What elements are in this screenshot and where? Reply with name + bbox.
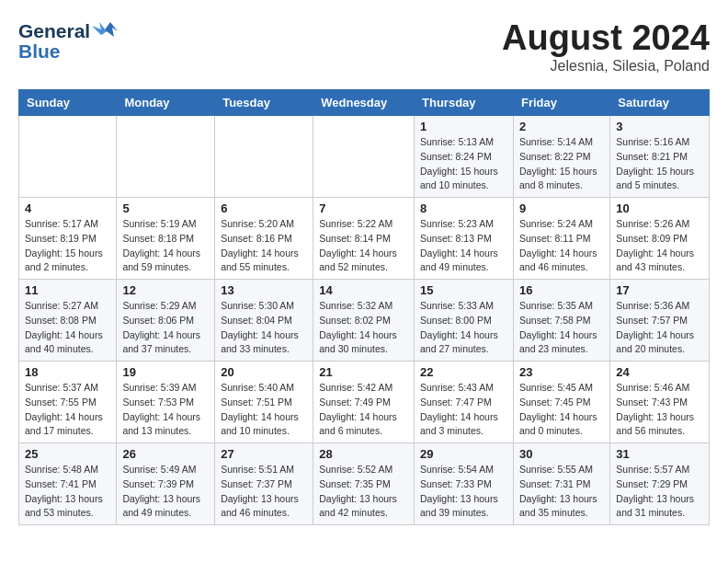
day-number: 14 <box>319 283 408 297</box>
day-info: Sunrise: 5:23 AMSunset: 8:13 PMDaylight:… <box>420 217 507 275</box>
day-info: Sunrise: 5:33 AMSunset: 8:00 PMDaylight:… <box>420 299 507 357</box>
calendar-cell-w4-d2: 19Sunrise: 5:39 AMSunset: 7:53 PMDayligh… <box>117 362 215 443</box>
calendar-cell-w4-d4: 21Sunrise: 5:42 AMSunset: 7:49 PMDayligh… <box>313 362 415 443</box>
day-number: 11 <box>25 283 110 297</box>
day-info: Sunrise: 5:49 AMSunset: 7:39 PMDaylight:… <box>122 463 209 521</box>
calendar-cell-w2-d4: 7Sunrise: 5:22 AMSunset: 8:14 PMDaylight… <box>313 198 415 280</box>
day-number: 20 <box>221 365 307 379</box>
header-wednesday: Wednesday <box>313 90 415 116</box>
calendar-cell-w1-d6: 2Sunrise: 5:14 AMSunset: 8:22 PMDaylight… <box>513 116 609 198</box>
calendar-cell-w1-d7: 3Sunrise: 5:16 AMSunset: 8:21 PMDaylight… <box>610 116 710 198</box>
day-number: 26 <box>122 447 209 461</box>
calendar-cell-w2-d6: 9Sunrise: 5:24 AMSunset: 8:11 PMDaylight… <box>513 198 609 280</box>
header-sunday: Sunday <box>19 90 117 116</box>
day-info: Sunrise: 5:24 AMSunset: 8:11 PMDaylight:… <box>519 217 604 275</box>
calendar-cell-w3-d7: 17Sunrise: 5:36 AMSunset: 7:57 PMDayligh… <box>610 280 710 362</box>
page-header: General Blue August 2024 Jelesnia, Siles… <box>18 18 710 75</box>
calendar-cell-w3-d1: 11Sunrise: 5:27 AMSunset: 8:08 PMDayligh… <box>19 280 117 362</box>
calendar-week-2: 4Sunrise: 5:17 AMSunset: 8:19 PMDaylight… <box>19 198 710 280</box>
calendar-cell-w4-d5: 22Sunrise: 5:43 AMSunset: 7:47 PMDayligh… <box>415 362 514 443</box>
calendar-cell-w5-d3: 27Sunrise: 5:51 AMSunset: 7:37 PMDayligh… <box>215 443 313 525</box>
calendar-cell-w1-d3 <box>215 116 313 198</box>
day-number: 31 <box>616 447 703 461</box>
day-info: Sunrise: 5:42 AMSunset: 7:49 PMDaylight:… <box>319 381 408 439</box>
calendar-cell-w3-d2: 12Sunrise: 5:29 AMSunset: 8:06 PMDayligh… <box>117 280 215 362</box>
day-info: Sunrise: 5:37 AMSunset: 7:55 PMDaylight:… <box>25 381 110 439</box>
day-number: 8 <box>420 201 507 215</box>
day-number: 7 <box>319 201 408 215</box>
calendar-week-1: 1Sunrise: 5:13 AMSunset: 8:24 PMDaylight… <box>19 116 710 198</box>
day-info: Sunrise: 5:40 AMSunset: 7:51 PMDaylight:… <box>221 381 307 439</box>
day-info: Sunrise: 5:36 AMSunset: 7:57 PMDaylight:… <box>616 299 703 357</box>
day-info: Sunrise: 5:30 AMSunset: 8:04 PMDaylight:… <box>221 299 307 357</box>
day-number: 1 <box>420 120 507 133</box>
day-info: Sunrise: 5:20 AMSunset: 8:16 PMDaylight:… <box>221 217 307 275</box>
month-year-title: August 2024 <box>502 18 710 58</box>
calendar-cell-w4-d6: 23Sunrise: 5:45 AMSunset: 7:45 PMDayligh… <box>513 362 609 443</box>
header-friday: Friday <box>513 90 609 116</box>
day-number: 12 <box>122 283 209 297</box>
day-number: 13 <box>221 283 307 297</box>
calendar-cell-w5-d1: 25Sunrise: 5:48 AMSunset: 7:41 PMDayligh… <box>19 443 117 525</box>
day-number: 18 <box>25 365 110 379</box>
calendar-week-3: 11Sunrise: 5:27 AMSunset: 8:08 PMDayligh… <box>19 280 710 362</box>
calendar-cell-w4-d1: 18Sunrise: 5:37 AMSunset: 7:55 PMDayligh… <box>19 362 117 443</box>
calendar-cell-w3-d4: 14Sunrise: 5:32 AMSunset: 8:02 PMDayligh… <box>313 280 415 362</box>
calendar-cell-w5-d4: 28Sunrise: 5:52 AMSunset: 7:35 PMDayligh… <box>313 443 415 525</box>
day-info: Sunrise: 5:54 AMSunset: 7:33 PMDaylight:… <box>420 463 507 521</box>
day-info: Sunrise: 5:17 AMSunset: 8:19 PMDaylight:… <box>25 217 110 275</box>
day-number: 17 <box>616 283 703 297</box>
day-number: 10 <box>616 201 703 215</box>
day-info: Sunrise: 5:32 AMSunset: 8:02 PMDaylight:… <box>319 299 408 357</box>
day-info: Sunrise: 5:16 AMSunset: 8:21 PMDaylight:… <box>616 135 703 193</box>
day-number: 22 <box>420 365 507 379</box>
day-number: 3 <box>616 120 703 133</box>
day-number: 23 <box>519 365 604 379</box>
day-number: 21 <box>319 365 408 379</box>
day-number: 29 <box>420 447 507 461</box>
day-info: Sunrise: 5:46 AMSunset: 7:43 PMDaylight:… <box>616 381 703 439</box>
day-info: Sunrise: 5:52 AMSunset: 7:35 PMDaylight:… <box>319 463 408 521</box>
calendar-cell-w2-d7: 10Sunrise: 5:26 AMSunset: 8:09 PMDayligh… <box>610 198 710 280</box>
day-number: 28 <box>319 447 408 461</box>
calendar-cell-w2-d3: 6Sunrise: 5:20 AMSunset: 8:16 PMDaylight… <box>215 198 313 280</box>
calendar-cell-w5-d6: 30Sunrise: 5:55 AMSunset: 7:31 PMDayligh… <box>513 443 609 525</box>
day-number: 27 <box>221 447 307 461</box>
calendar-cell-w5-d7: 31Sunrise: 5:57 AMSunset: 7:29 PMDayligh… <box>610 443 710 525</box>
day-number: 9 <box>519 201 604 215</box>
svg-marker-1 <box>92 22 107 35</box>
calendar-cell-w3-d6: 16Sunrise: 5:35 AMSunset: 7:58 PMDayligh… <box>513 280 609 362</box>
location-subtitle: Jelesnia, Silesia, Poland <box>502 58 710 75</box>
header-tuesday: Tuesday <box>215 90 313 116</box>
logo-bird-icon <box>92 18 121 42</box>
day-info: Sunrise: 5:45 AMSunset: 7:45 PMDaylight:… <box>519 381 604 439</box>
day-number: 2 <box>519 120 604 133</box>
logo: General Blue <box>18 18 121 63</box>
calendar-cell-w3-d3: 13Sunrise: 5:30 AMSunset: 8:04 PMDayligh… <box>215 280 313 362</box>
day-info: Sunrise: 5:35 AMSunset: 7:58 PMDaylight:… <box>519 299 604 357</box>
day-number: 25 <box>25 447 110 461</box>
calendar-cell-w2-d5: 8Sunrise: 5:23 AMSunset: 8:13 PMDaylight… <box>415 198 514 280</box>
day-info: Sunrise: 5:29 AMSunset: 8:06 PMDaylight:… <box>122 299 209 357</box>
day-info: Sunrise: 5:55 AMSunset: 7:31 PMDaylight:… <box>519 463 604 521</box>
calendar-cell-w3-d5: 15Sunrise: 5:33 AMSunset: 8:00 PMDayligh… <box>415 280 514 362</box>
day-info: Sunrise: 5:22 AMSunset: 8:14 PMDaylight:… <box>319 217 408 275</box>
day-info: Sunrise: 5:57 AMSunset: 7:29 PMDaylight:… <box>616 463 703 521</box>
calendar-header-row: Sunday Monday Tuesday Wednesday Thursday… <box>19 90 710 116</box>
title-block: August 2024 Jelesnia, Silesia, Poland <box>502 18 710 75</box>
day-info: Sunrise: 5:48 AMSunset: 7:41 PMDaylight:… <box>25 463 110 521</box>
day-info: Sunrise: 5:19 AMSunset: 8:18 PMDaylight:… <box>122 217 209 275</box>
logo-text: General Blue <box>18 18 121 63</box>
day-number: 15 <box>420 283 507 297</box>
calendar-cell-w2-d1: 4Sunrise: 5:17 AMSunset: 8:19 PMDaylight… <box>19 198 117 280</box>
day-info: Sunrise: 5:13 AMSunset: 8:24 PMDaylight:… <box>420 135 507 193</box>
day-info: Sunrise: 5:39 AMSunset: 7:53 PMDaylight:… <box>122 381 209 439</box>
calendar-cell-w4-d3: 20Sunrise: 5:40 AMSunset: 7:51 PMDayligh… <box>215 362 313 443</box>
header-monday: Monday <box>117 90 215 116</box>
calendar-week-4: 18Sunrise: 5:37 AMSunset: 7:55 PMDayligh… <box>19 362 710 443</box>
day-info: Sunrise: 5:26 AMSunset: 8:09 PMDaylight:… <box>616 217 703 275</box>
calendar-cell-w1-d5: 1Sunrise: 5:13 AMSunset: 8:24 PMDaylight… <box>415 116 514 198</box>
day-number: 6 <box>221 201 307 215</box>
logo-general: General <box>18 20 90 42</box>
day-info: Sunrise: 5:43 AMSunset: 7:47 PMDaylight:… <box>420 381 507 439</box>
